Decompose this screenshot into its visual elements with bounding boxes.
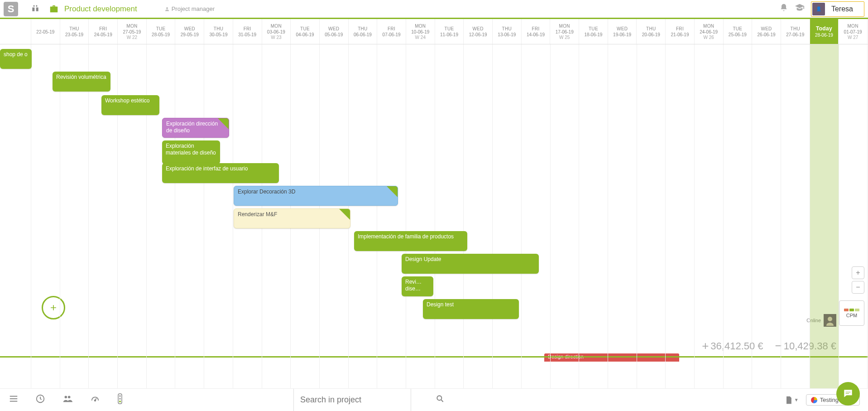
timeline-col[interactable]: 22-05-19 xyxy=(31,19,60,44)
gantt-task[interactable]: Exploración materiales de diseño xyxy=(162,140,220,164)
gantt-task[interactable]: Design Update xyxy=(402,254,539,274)
grid-column xyxy=(695,44,724,388)
timeline-col[interactable]: TUE25-06-19 xyxy=(724,19,753,44)
grid-column xyxy=(31,44,60,388)
grid-column xyxy=(839,44,868,388)
gantt-task[interactable]: Implementación de familia de productos xyxy=(354,231,467,251)
topbar-right: 👤 Teresa xyxy=(779,1,864,17)
chat-fab[interactable] xyxy=(836,382,860,406)
timeline-col[interactable]: MON24-06-19W 26 xyxy=(695,19,724,44)
timeline-col[interactable]: FRI14-06-19 xyxy=(522,19,551,44)
grid-column xyxy=(349,44,378,388)
timeline-col[interactable]: TUE11-06-19 xyxy=(435,19,464,44)
grid-column xyxy=(666,44,695,388)
list-view-icon[interactable] xyxy=(8,394,19,406)
timeline-col[interactable]: WED12-06-19 xyxy=(464,19,493,44)
svg-point-11 xyxy=(437,396,441,400)
clock-icon[interactable] xyxy=(35,394,45,406)
gantt-task[interactable]: Explorar Decoración 3D xyxy=(234,186,398,206)
timeline-col[interactable]: FRI07-06-19 xyxy=(377,19,406,44)
user-chip[interactable]: 👤 Teresa xyxy=(811,1,864,17)
search-button[interactable] xyxy=(427,394,453,406)
timeline-header: 22-05-19THU23-05-19FRI24-05-19MON27-05-1… xyxy=(0,19,868,44)
timeline-col[interactable]: WED29-05-19 xyxy=(175,19,204,44)
grid-column xyxy=(493,44,522,388)
bottom-toolbar: ▼ Testing mode xyxy=(0,388,868,411)
grid-column xyxy=(377,44,406,388)
timeline-col[interactable]: MON03-06-19W 23 xyxy=(262,19,291,44)
timeline-col[interactable]: MON10-06-19W 24 xyxy=(406,19,435,44)
gantt-task[interactable]: Revisión volumétrica xyxy=(53,72,110,92)
grid-column xyxy=(753,44,782,388)
timeline-col[interactable]: FRI21-06-19 xyxy=(666,19,695,44)
search-input[interactable] xyxy=(300,395,404,405)
grid-column xyxy=(637,44,666,388)
grid-column xyxy=(464,44,493,388)
gantt-task[interactable]: Workshop estético xyxy=(101,95,159,115)
svg-point-9 xyxy=(119,398,121,400)
grid-column xyxy=(176,44,205,388)
gantt-task[interactable]: Design test xyxy=(423,299,519,319)
grid-column xyxy=(579,44,608,388)
gantt-area[interactable]: + − CPM Online +36,412.50 € −10,429.38 €… xyxy=(0,44,868,388)
timeline-col[interactable]: THU27-06-19 xyxy=(781,19,810,44)
timeline-col[interactable]: TUE04-06-19 xyxy=(291,19,320,44)
grid-column xyxy=(551,44,580,388)
traffic-light-icon[interactable] xyxy=(117,393,123,407)
gantt-task[interactable]: Revi… dise… xyxy=(402,276,433,296)
binoculars-icon[interactable] xyxy=(31,4,41,14)
top-bar: S Product development Project manager 👤 … xyxy=(0,0,868,19)
project-title[interactable]: Product development xyxy=(64,5,137,14)
timeline-col[interactable]: THU13-06-19 xyxy=(493,19,522,44)
grid-column xyxy=(608,44,637,388)
grid-column xyxy=(522,44,551,388)
timeline-col[interactable]: TUE28-05-19 xyxy=(147,19,176,44)
timeline-col[interactable]: WED19-06-19 xyxy=(608,19,637,44)
avatar: 👤 xyxy=(812,3,825,15)
gantt-task[interactable]: Exploración dirección de diseño xyxy=(162,118,229,138)
timeline-col[interactable]: Today28-06-19 xyxy=(810,19,839,44)
project-manager-label[interactable]: Project manager xyxy=(164,5,215,12)
user-name: Teresa xyxy=(831,5,853,13)
timeline-col[interactable]: THU06-06-19 xyxy=(349,19,378,44)
svg-point-5 xyxy=(68,396,71,398)
document-dropdown[interactable]: ▼ xyxy=(784,395,799,405)
timeline-col[interactable]: FRI24-05-19 xyxy=(89,19,118,44)
dashboard-icon[interactable] xyxy=(90,394,101,406)
timeline-col[interactable]: THU23-05-19 xyxy=(60,19,89,44)
bell-icon[interactable] xyxy=(779,3,788,15)
timeline-col[interactable]: THU20-06-19 xyxy=(637,19,666,44)
timeline-col[interactable]: MON27-05-19W 22 xyxy=(118,19,147,44)
grid-column xyxy=(724,44,753,388)
svg-point-8 xyxy=(119,395,121,397)
search-wrap xyxy=(293,389,411,411)
briefcase-icon[interactable] xyxy=(49,4,59,14)
timeline-col[interactable]: MON01-07-19W 27 xyxy=(839,19,868,44)
timeline-col[interactable]: THU30-05-19 xyxy=(204,19,233,44)
graduation-icon[interactable] xyxy=(795,3,805,15)
grid-column xyxy=(781,44,810,388)
gantt-task[interactable]: Exploración de interfaz de usuario xyxy=(162,163,279,183)
grid-column xyxy=(60,44,89,388)
gantt-task[interactable]: Renderizar M&F xyxy=(234,208,350,228)
svg-point-4 xyxy=(65,396,67,398)
grid-column xyxy=(435,44,464,388)
grid-column xyxy=(406,44,435,388)
user-icon xyxy=(164,6,170,12)
timeline-col[interactable]: WED26-06-19 xyxy=(752,19,781,44)
pie-icon xyxy=(811,397,817,403)
app-logo[interactable]: S xyxy=(4,2,18,16)
gantt-task[interactable]: shop de o xyxy=(0,49,32,69)
grid-column xyxy=(810,44,839,388)
grid-column xyxy=(204,44,233,388)
timeline-col[interactable]: FRI31-05-19 xyxy=(233,19,262,44)
timeline-col[interactable]: TUE18-06-19 xyxy=(579,19,608,44)
svg-point-0 xyxy=(166,7,168,9)
timeline-col[interactable] xyxy=(0,19,31,44)
team-icon[interactable] xyxy=(62,394,73,406)
svg-point-6 xyxy=(95,400,96,401)
timeline-col[interactable]: MON17-06-19W 25 xyxy=(550,19,579,44)
grid-column xyxy=(0,44,31,388)
svg-point-10 xyxy=(119,401,121,402)
timeline-col[interactable]: WED05-06-19 xyxy=(320,19,349,44)
